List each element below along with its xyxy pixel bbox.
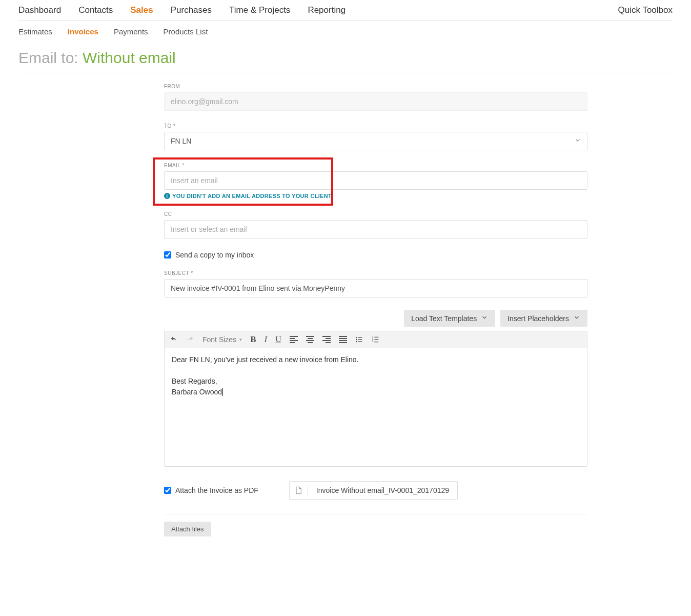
insert-placeholders-button[interactable]: Insert Placeholders	[500, 310, 587, 327]
svg-rect-1	[358, 337, 362, 337]
sub-nav: Estimates Invoices Payments Products Lis…	[18, 21, 673, 42]
svg-point-2	[356, 339, 357, 341]
chevron-down-icon	[573, 314, 580, 323]
subnav-estimates[interactable]: Estimates	[18, 27, 52, 36]
body-line-2: Best Regards,	[172, 377, 217, 385]
italic-button[interactable]: I	[264, 334, 267, 345]
editor-actions: Load Text Templates Insert Placeholders	[164, 310, 587, 327]
editor-toolbar: Font Sizes ▾ B I U 123	[165, 331, 587, 348]
send-copy-checkbox[interactable]	[164, 251, 171, 259]
load-templates-label: Load Text Templates	[411, 314, 477, 323]
bullet-list-icon[interactable]	[355, 335, 363, 344]
nav-reporting[interactable]: Reporting	[308, 5, 346, 15]
email-form: FROM TO * EMAIL * i YOU DIDN'T ADD AN EM…	[164, 84, 587, 536]
svg-rect-11	[374, 342, 378, 342]
from-group: FROM	[164, 84, 587, 111]
top-nav: Dashboard Contacts Sales Purchases Time …	[18, 0, 673, 21]
bold-button[interactable]: B	[250, 334, 256, 345]
page-title-prefix: Email to:	[18, 49, 83, 66]
send-copy-row: Send a copy to my inbox	[164, 251, 587, 259]
divider	[164, 514, 587, 514]
subnav-invoices[interactable]: Invoices	[68, 27, 98, 36]
email-label: EMAIL *	[164, 163, 587, 168]
chevron-down-icon	[481, 314, 488, 323]
insert-placeholders-label: Insert Placeholders	[507, 314, 569, 323]
email-warning-text: YOU DIDN'T ADD AN EMAIL ADDRESS TO YOUR …	[172, 193, 332, 199]
undo-icon[interactable]	[170, 335, 178, 344]
from-input	[164, 92, 587, 111]
nav-contacts[interactable]: Contacts	[78, 5, 113, 15]
font-size-label: Font Sizes	[202, 335, 236, 344]
email-input[interactable]	[164, 171, 587, 190]
cc-label: CC	[164, 211, 587, 217]
svg-rect-7	[374, 337, 378, 337]
page-title: Email to: Without email	[18, 49, 673, 73]
subnav-payments[interactable]: Payments	[114, 27, 148, 36]
svg-point-4	[356, 341, 357, 343]
attach-pdf-option: Attach the Invoice as PDF	[164, 486, 258, 494]
nav-purchases[interactable]: Purchases	[171, 5, 212, 15]
info-icon: i	[164, 193, 170, 199]
subject-label: SUBJECT *	[164, 270, 587, 276]
align-right-icon[interactable]	[322, 335, 331, 344]
cc-group: CC	[164, 211, 587, 239]
nav-time-projects[interactable]: Time & Projects	[229, 5, 290, 15]
page-title-recipient: Without email	[83, 49, 176, 66]
attach-files-button[interactable]: Attach files	[164, 522, 211, 536]
to-label: TO *	[164, 123, 587, 129]
numbered-list-icon[interactable]: 123	[372, 335, 380, 344]
svg-text:3: 3	[372, 340, 373, 343]
load-templates-button[interactable]: Load Text Templates	[404, 310, 495, 327]
svg-point-0	[356, 337, 357, 339]
svg-rect-9	[374, 339, 378, 340]
nav-dashboard[interactable]: Dashboard	[18, 5, 61, 15]
align-center-icon[interactable]	[306, 335, 314, 344]
align-justify-icon[interactable]	[339, 335, 347, 344]
to-group: TO *	[164, 123, 587, 150]
pdf-file-icon	[290, 486, 308, 495]
subject-group: SUBJECT *	[164, 270, 587, 297]
cc-input[interactable]	[164, 220, 587, 239]
svg-rect-3	[358, 339, 362, 340]
body-line-1: Dear FN LN, you've just received a new i…	[172, 355, 359, 364]
editor-body[interactable]: Dear FN LN, you've just received a new i…	[165, 348, 587, 466]
subject-input[interactable]	[164, 279, 587, 297]
from-label: FROM	[164, 84, 587, 89]
attached-file[interactable]: Invoice Without email_IV-0001_20170129	[289, 481, 458, 500]
attach-pdf-checkbox[interactable]	[164, 487, 171, 494]
email-warning: i YOU DIDN'T ADD AN EMAIL ADDRESS TO YOU…	[164, 193, 587, 199]
to-select[interactable]	[164, 132, 587, 150]
attached-file-name: Invoice Without email_IV-0001_20170129	[308, 486, 457, 494]
send-copy-label: Send a copy to my inbox	[175, 251, 254, 259]
quick-toolbox[interactable]: Quick Toolbox	[618, 5, 673, 15]
attach-pdf-label: Attach the Invoice as PDF	[175, 486, 258, 494]
attachment-row: Attach the Invoice as PDF Invoice Withou…	[164, 481, 587, 500]
font-size-dropdown[interactable]: Font Sizes ▾	[202, 335, 242, 344]
svg-rect-5	[358, 341, 362, 342]
underline-button[interactable]: U	[275, 335, 281, 344]
redo-icon[interactable]	[186, 335, 194, 344]
caret-down-icon: ▾	[239, 337, 242, 342]
rich-text-editor: Font Sizes ▾ B I U 123 Dear FN LN, you'v…	[164, 331, 587, 467]
nav-sales[interactable]: Sales	[130, 5, 153, 15]
align-left-icon[interactable]	[290, 335, 298, 344]
email-group: EMAIL * i YOU DIDN'T ADD AN EMAIL ADDRES…	[164, 163, 587, 199]
body-line-3: Barbara Owood	[172, 388, 223, 396]
subnav-products-list[interactable]: Products List	[164, 27, 208, 36]
